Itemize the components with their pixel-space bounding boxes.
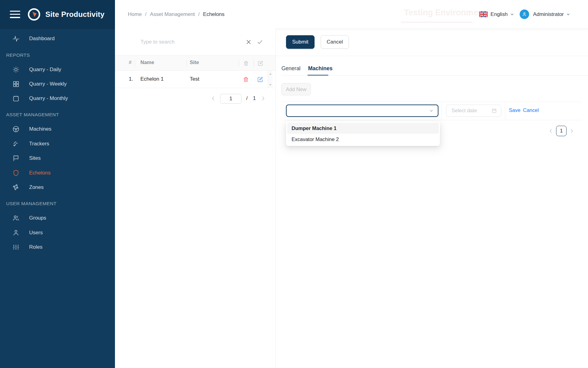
date-placeholder: Select date <box>452 108 477 113</box>
search-bar <box>115 29 276 56</box>
tabs-border <box>281 75 588 76</box>
sidebar-item-roles[interactable]: Roles <box>0 241 115 253</box>
sidebar-item-quarry-monthly[interactable]: Quarry - Monthly <box>0 92 115 105</box>
breadcrumb-separator: / <box>145 11 147 17</box>
tab-general[interactable]: General <box>281 63 300 74</box>
sidebar-item-label: Roles <box>29 244 42 250</box>
sidebar-item-groups[interactable]: Groups <box>0 212 115 224</box>
chevron-right-icon[interactable] <box>261 95 265 102</box>
sidebar-section-asset-management: ASSET MANAGEMENT <box>6 111 59 118</box>
sidebar-item-quarry-weekly[interactable]: Quarry - Weekly <box>0 78 115 90</box>
chevron-left-icon[interactable] <box>211 95 216 102</box>
column-header-site: Site <box>190 59 199 65</box>
app-title: Site Productivity <box>45 10 105 19</box>
user-menu[interactable]: Administrator <box>533 11 564 17</box>
person-icon <box>12 228 20 237</box>
sidebar-item-trackers[interactable]: Trackers <box>0 138 115 150</box>
shield-icon <box>12 169 20 177</box>
signal-icon <box>12 140 20 148</box>
page-separator: / <box>246 95 248 102</box>
table-row[interactable]: 1. Echelon 1 Test <box>115 71 276 88</box>
chevron-down-icon <box>429 109 433 113</box>
calendar-icon <box>12 94 20 103</box>
dropdown-option[interactable]: Excavator Machine 2 <box>287 134 439 145</box>
column-header-name: Name <box>140 59 154 65</box>
sidebar-item-machines[interactable]: Machines <box>0 123 115 135</box>
sidebar-item-label: Echelons <box>29 170 51 176</box>
cell-separator <box>441 102 442 120</box>
date-picker[interactable]: Select date <box>446 105 501 117</box>
sun-icon <box>12 65 20 74</box>
row-name: Echelon 1 <box>140 76 164 82</box>
sidebar-item-label: Zones <box>29 184 44 190</box>
breadcrumb-asset-management[interactable]: Asset Management <box>150 11 195 17</box>
breadcrumb-home[interactable]: Home <box>128 11 142 17</box>
trash-icon[interactable] <box>242 75 250 84</box>
machines-pagination: 1 <box>549 126 574 136</box>
cancel-link[interactable]: Cancel <box>523 107 539 113</box>
breadcrumb-current: Echelons <box>203 11 224 17</box>
uk-flag-icon <box>479 11 488 17</box>
table-scrollbar[interactable] <box>268 71 273 88</box>
machine-select[interactable] <box>286 105 438 117</box>
machine-select-dropdown: Dumper Machine 1 Excavator Machine 2 <box>286 121 440 146</box>
sidebar-item-label: Machines <box>29 126 52 132</box>
close-icon[interactable] <box>243 36 254 48</box>
scroll-up-icon[interactable] <box>269 73 272 75</box>
column-header-num: # <box>129 59 132 65</box>
sidebar: Site Productivity Dashboard REPORTS Quar… <box>0 0 115 368</box>
breadcrumb: Home / Asset Management / Echelons <box>128 0 224 29</box>
language-selector[interactable]: English <box>491 11 508 17</box>
grid-icon <box>12 80 20 88</box>
edit-icon[interactable] <box>256 75 265 84</box>
add-new-button[interactable]: Add New <box>281 83 311 95</box>
header-right: English Administrator <box>479 0 570 29</box>
page-input[interactable]: 1 <box>220 94 242 104</box>
cancel-button[interactable]: Cancel <box>321 35 349 49</box>
chevron-down-icon[interactable] <box>510 12 514 16</box>
sidebar-item-label: Groups <box>29 215 46 221</box>
sidebar-item-zones[interactable]: Zones <box>0 181 115 194</box>
sidebar-header: Site Productivity <box>0 0 115 29</box>
editor-row-bottom-border <box>281 120 582 120</box>
edit-icon[interactable] <box>256 59 264 67</box>
sidebar-item-label: Quarry - Weekly <box>29 81 67 87</box>
chevron-right-icon[interactable] <box>570 128 574 134</box>
environment-watermark: Testing Environment <box>404 8 486 17</box>
editor-row-top-border <box>281 102 582 102</box>
list-pagination: 1 / 1 <box>115 94 276 104</box>
echelons-list-panel: # Name Site 1. Echelon 1 <box>115 29 276 368</box>
submit-button[interactable]: Submit <box>286 35 315 49</box>
sidebar-item-sites[interactable]: Sites <box>0 152 115 164</box>
sidebar-item-quarry-daily[interactable]: Quarry - Daily <box>0 63 115 76</box>
environment-watermark-underline <box>401 21 472 23</box>
save-link[interactable]: Save <box>509 107 521 113</box>
sidebar-item-dashboard[interactable]: Dashboard <box>0 33 115 45</box>
cell-separator <box>505 102 505 120</box>
check-icon[interactable] <box>254 36 265 48</box>
sidebar-item-echelons[interactable]: Echelons <box>0 167 115 179</box>
dashboard-icon <box>12 34 20 43</box>
trash-icon[interactable] <box>242 59 250 67</box>
sidebar-item-users[interactable]: Users <box>0 227 115 239</box>
sidebar-item-label: Trackers <box>29 141 49 147</box>
page-total: 1 <box>253 95 256 102</box>
calendar-icon <box>491 108 497 113</box>
page-current: 1 <box>229 96 232 102</box>
row-site: Test <box>190 76 199 82</box>
flag-icon <box>12 154 20 163</box>
hamburger-icon[interactable] <box>10 11 20 18</box>
chevron-down-icon[interactable] <box>566 12 570 16</box>
avatar[interactable] <box>520 10 529 19</box>
scroll-down-icon[interactable] <box>269 84 272 86</box>
screen: Site Productivity Dashboard REPORTS Quar… <box>0 0 588 368</box>
table-header: # Name Site <box>115 56 276 71</box>
tab-machines[interactable]: Machines <box>308 63 333 74</box>
dropdown-option[interactable]: Dumper Machine 1 <box>287 123 439 134</box>
chevron-left-icon[interactable] <box>549 128 553 134</box>
people-icon <box>12 214 20 222</box>
row-number: 1. <box>129 76 133 82</box>
sidebar-item-label: Sites <box>29 155 41 161</box>
sidebar-item-label: Quarry - Monthly <box>29 95 68 102</box>
page-button-1[interactable]: 1 <box>556 126 567 136</box>
